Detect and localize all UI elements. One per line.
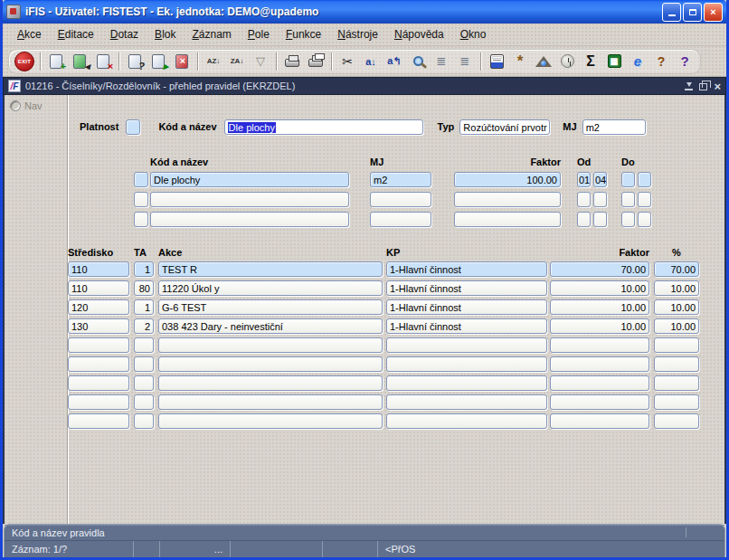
- titlebar[interactable]: iFIS - Uživatel: FISTEST - Ek. jednotka:…: [3, 0, 726, 24]
- mdi-close-button[interactable]: ×: [714, 81, 721, 92]
- context-help-button[interactable]: ?: [649, 51, 673, 72]
- pct-field[interactable]: 10.00: [654, 280, 699, 296]
- tree-view-button[interactable]: ≣: [453, 51, 477, 72]
- rule-od2-field[interactable]: [593, 192, 607, 207]
- enter-query-button[interactable]: ?: [123, 51, 147, 72]
- execute-query-button[interactable]: ▸: [147, 51, 170, 72]
- mj-input[interactable]: m2: [582, 119, 646, 135]
- rule-do2-field[interactable]: [638, 192, 651, 207]
- print-batch-button[interactable]: [304, 51, 327, 72]
- rule-od1-field[interactable]: [577, 212, 591, 227]
- akce-field[interactable]: [158, 356, 383, 372]
- faktor-field[interactable]: 10.00: [550, 280, 649, 296]
- typ-input[interactable]: Rozúčtování prvotr: [459, 119, 550, 135]
- pct-field[interactable]: [654, 394, 699, 410]
- ta-field[interactable]: 2: [134, 318, 154, 334]
- rule-platnost-checkbox[interactable]: [134, 212, 148, 227]
- faktor-field[interactable]: [550, 356, 649, 372]
- ta-field[interactable]: [134, 337, 154, 353]
- insert-record-button[interactable]: +: [44, 51, 68, 72]
- kp-field[interactable]: [386, 375, 547, 391]
- rule-do1-field[interactable]: [621, 192, 635, 207]
- rule-kod-field[interactable]: Dle plochy: [150, 172, 349, 187]
- ta-field[interactable]: [134, 356, 154, 372]
- rule-faktor-field[interactable]: 100.00: [454, 172, 561, 187]
- cut-button[interactable]: ✂: [336, 51, 359, 72]
- ta-field[interactable]: [134, 413, 154, 429]
- help-button[interactable]: ?: [673, 51, 696, 72]
- mdi-minimize-button[interactable]: [685, 82, 693, 90]
- rule-kod-field[interactable]: [150, 192, 349, 207]
- menu-napoveda[interactable]: Nápověda: [387, 26, 451, 43]
- menu-zaznam[interactable]: Záznam: [185, 26, 238, 43]
- ta-field[interactable]: 1: [134, 261, 154, 277]
- view-button[interactable]: [532, 51, 555, 72]
- nav-radio[interactable]: Nav: [10, 100, 67, 111]
- sort-descending-button[interactable]: ZA↓: [225, 51, 249, 72]
- delete-record-button[interactable]: ×: [91, 51, 115, 72]
- rule-faktor-field[interactable]: [454, 212, 561, 227]
- excel-export-button[interactable]: ▦: [602, 51, 626, 72]
- list-values-button[interactable]: ≣: [430, 51, 453, 72]
- exit-button[interactable]: EXIT: [13, 51, 36, 72]
- menu-editace[interactable]: Editace: [51, 26, 101, 43]
- akce-field[interactable]: G-6 TEST: [158, 299, 383, 315]
- rule-mj-field[interactable]: [370, 192, 431, 207]
- find-button[interactable]: [406, 51, 430, 72]
- stredisko-field[interactable]: 120: [68, 299, 129, 315]
- kp-field[interactable]: 1-Hlavní činnost: [386, 280, 547, 296]
- ta-field[interactable]: [134, 375, 154, 391]
- kp-field[interactable]: 1-Hlavní činnost: [386, 318, 547, 334]
- kp-field[interactable]: [386, 337, 547, 353]
- faktor-field[interactable]: [550, 413, 649, 429]
- akce-field[interactable]: [158, 337, 383, 353]
- faktor-field[interactable]: 70.00: [550, 261, 649, 277]
- sort-ascending-button[interactable]: AZ↓: [202, 51, 225, 72]
- copy-button[interactable]: a↓: [359, 51, 383, 72]
- rule-do2-field[interactable]: [638, 212, 651, 227]
- platnost-checkbox[interactable]: [126, 119, 140, 135]
- mdi-titlebar[interactable]: /F 01216 - Číselníky/Rozdělovník - přehl…: [3, 77, 726, 95]
- rule-platnost-checkbox[interactable]: [134, 192, 148, 207]
- faktor-field[interactable]: [550, 337, 649, 353]
- akce-field[interactable]: [158, 413, 383, 429]
- pct-field[interactable]: [654, 413, 699, 429]
- akce-field[interactable]: TEST R: [158, 261, 383, 277]
- stredisko-field[interactable]: 110: [68, 261, 129, 277]
- ifis-clock-button[interactable]: [555, 51, 579, 72]
- rule-od1-field[interactable]: 01: [577, 172, 591, 187]
- stredisko-field[interactable]: 110: [68, 280, 129, 296]
- pct-field[interactable]: 70.00: [654, 261, 699, 277]
- faktor-field[interactable]: [550, 375, 649, 391]
- organizer-button[interactable]: [485, 51, 508, 72]
- close-button[interactable]: ×: [704, 3, 723, 22]
- ta-field[interactable]: 1: [134, 299, 154, 315]
- pct-field[interactable]: [654, 375, 699, 391]
- faktor-field[interactable]: [550, 394, 649, 410]
- pct-field[interactable]: [654, 356, 699, 372]
- rule-do1-field[interactable]: [621, 172, 635, 187]
- paste-button[interactable]: a↰: [383, 51, 406, 72]
- faktor-field[interactable]: 10.00: [550, 318, 649, 334]
- maximize-button[interactable]: [683, 3, 702, 22]
- cancel-query-button[interactable]: ×: [170, 51, 194, 72]
- stredisko-field[interactable]: [68, 337, 129, 353]
- kod-nazev-input[interactable]: Dle plochy: [224, 119, 423, 135]
- rule-mj-field[interactable]: [370, 212, 431, 227]
- filter-button[interactable]: ▽: [249, 51, 272, 72]
- menu-okno[interactable]: Okno: [453, 26, 494, 43]
- rule-faktor-field[interactable]: [454, 192, 561, 207]
- akce-field[interactable]: 038 423 Dary - neinvestiční: [158, 318, 383, 334]
- mdi-restore-button[interactable]: [699, 81, 707, 90]
- rule-od2-field[interactable]: [593, 212, 607, 227]
- faktor-field[interactable]: 10.00: [550, 299, 649, 315]
- menu-nastroje[interactable]: Nástroje: [330, 26, 385, 43]
- rule-od2-field[interactable]: 04: [593, 172, 607, 187]
- sum-button[interactable]: Σ: [579, 51, 602, 72]
- kp-field[interactable]: [386, 356, 547, 372]
- kp-field[interactable]: [386, 394, 547, 410]
- stredisko-field[interactable]: [68, 394, 129, 410]
- browser-button[interactable]: e: [626, 51, 649, 72]
- print-button[interactable]: [280, 51, 304, 72]
- menu-funkce[interactable]: Funkce: [279, 26, 328, 43]
